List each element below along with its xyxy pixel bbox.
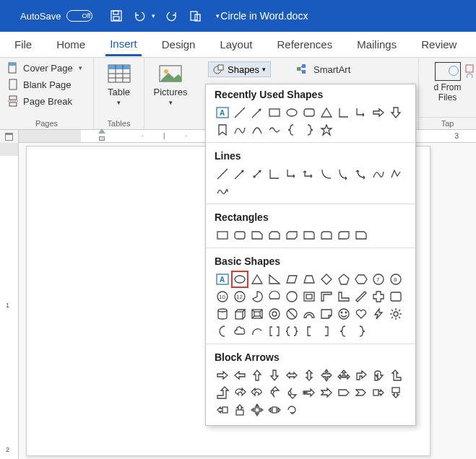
shape-arrow-uturn[interactable] [371, 367, 386, 383]
shape-arrow-curved-up[interactable] [267, 385, 282, 401]
shape-arrow-pentagon[interactable] [336, 385, 352, 401]
shape-left-brace[interactable] [284, 122, 300, 138]
shape-curve-conn[interactable] [319, 166, 334, 182]
autosave-toggle[interactable]: Off [66, 10, 92, 22]
shape-arrow-quad[interactable] [319, 367, 334, 383]
shape-sun[interactable] [388, 306, 404, 322]
shape-curve[interactable] [232, 122, 248, 138]
shape-arrow-callout-quad[interactable] [249, 402, 265, 418]
shape-triangle-2[interactable] [249, 271, 265, 287]
undo-chevron-icon[interactable]: ▾ [152, 12, 155, 19]
shape-hexagon[interactable] [353, 271, 369, 287]
shape-parallelogram[interactable] [284, 271, 300, 287]
shape-can[interactable] [215, 306, 230, 322]
shape-arrow-callout-down[interactable] [388, 385, 404, 401]
ruler-corner[interactable] [0, 130, 19, 143]
shape-rect-round[interactable] [232, 227, 248, 243]
shape-arrow-down[interactable] [267, 367, 282, 383]
page-break-button[interactable]: Page Break [6, 94, 87, 108]
shape-cloud[interactable] [232, 323, 248, 339]
shape-wave[interactable] [267, 122, 282, 138]
shape-donut[interactable] [267, 306, 282, 322]
shape-folded-corner[interactable] [319, 306, 334, 322]
shape-teardrop[interactable] [284, 289, 300, 305]
shape-left-bracket[interactable] [301, 323, 317, 339]
shape-arrow-curved-right[interactable] [232, 385, 248, 401]
shape-line-double-arrow[interactable] [249, 166, 265, 182]
shape-pentagon[interactable] [336, 271, 352, 287]
shape-frame[interactable] [301, 289, 317, 305]
cover-page-button[interactable]: Cover Page▾ [6, 61, 87, 75]
shape-chord[interactable] [267, 289, 282, 305]
shape-decagon[interactable]: 10 [215, 289, 230, 305]
shape-rect-snip-round[interactable] [353, 227, 369, 243]
shape-double-bracket[interactable] [267, 323, 282, 339]
shape-block-arc[interactable] [301, 306, 317, 322]
shape-rect-snip1[interactable] [249, 227, 265, 243]
shape-curve-arrow[interactable] [336, 166, 352, 182]
paste-icon[interactable] [189, 9, 202, 22]
shape-dodecagon[interactable]: 12 [232, 289, 248, 305]
indent-marker[interactable] [98, 128, 105, 141]
shape-arrow-bent-up[interactable] [215, 385, 230, 401]
shape-arrow-leftright[interactable] [284, 367, 300, 383]
find-files-icon[interactable] [435, 62, 461, 81]
redo-icon[interactable] [165, 9, 178, 22]
shape-arc[interactable] [249, 122, 265, 138]
shape-curve-double[interactable] [353, 166, 369, 182]
smartart-button[interactable]: SmartArt [296, 64, 350, 75]
save-icon[interactable] [110, 9, 123, 22]
shape-right-arrow[interactable] [371, 105, 386, 121]
shape-lightning[interactable] [371, 306, 386, 322]
shape-textbox-2[interactable]: A [215, 271, 230, 287]
shape-scribble[interactable] [215, 183, 230, 199]
undo-icon[interactable] [133, 9, 146, 22]
shape-arrow-circular[interactable] [284, 402, 300, 418]
shape-rect-1[interactable] [215, 227, 230, 243]
shape-rect-round2[interactable] [319, 227, 334, 243]
shape-elbow[interactable] [267, 166, 282, 182]
shape-star[interactable] [319, 122, 334, 138]
shape-elbow-arrow-2[interactable] [284, 166, 300, 182]
vertical-ruler[interactable]: 1 2 [0, 143, 19, 459]
shape-triangle[interactable] [319, 105, 334, 121]
shapes-button[interactable]: Shapes ▾ [208, 61, 271, 77]
shape-text-box[interactable]: A [215, 105, 230, 121]
shape-elbow-double[interactable] [301, 166, 317, 182]
tab-layout[interactable]: Layout [215, 34, 256, 55]
shape-arrow-callout-left[interactable] [215, 402, 230, 418]
shape-diamond[interactable] [319, 271, 334, 287]
shape-arrow-callout-up[interactable] [232, 402, 248, 418]
pictures-button[interactable]: Pictures ▾ [150, 61, 191, 106]
shape-diag-stripe[interactable] [353, 289, 369, 305]
shape-arrow-bent[interactable] [353, 367, 369, 383]
tab-mailings[interactable]: Mailings [352, 34, 401, 55]
shape-rect-round1[interactable] [301, 227, 317, 243]
shape-half-frame[interactable] [319, 289, 334, 305]
shape-freeform[interactable] [388, 166, 404, 182]
shape-rect-snip-diag[interactable] [284, 227, 300, 243]
tab-file[interactable]: File [10, 34, 36, 55]
shape-bookmark[interactable] [215, 122, 230, 138]
blank-page-button[interactable]: Blank Page [6, 77, 87, 92]
qat-customize-icon[interactable]: ▾ [216, 12, 220, 19]
shape-plaque[interactable] [388, 289, 404, 305]
shape-arrow-curved-down[interactable] [284, 385, 300, 401]
shape-arrow-chevron[interactable] [353, 385, 369, 401]
shape-cross[interactable] [371, 289, 386, 305]
shape-arrow-leftrightup[interactable] [336, 367, 352, 383]
shape-arrow-striped[interactable] [301, 385, 317, 401]
shape-arrow-callout-lr[interactable] [267, 402, 282, 418]
shape-double-brace[interactable] [284, 323, 300, 339]
shape-pie[interactable] [249, 289, 265, 305]
shape-oval[interactable] [284, 105, 300, 121]
shape-freeform-curve[interactable] [371, 166, 386, 182]
tab-review[interactable]: Review [417, 34, 461, 55]
tab-design[interactable]: Design [157, 34, 200, 55]
tab-references[interactable]: References [272, 34, 337, 55]
shape-arrow-left[interactable] [232, 367, 248, 383]
shape-rectangle[interactable] [267, 105, 282, 121]
tab-insert[interactable]: Insert [105, 33, 142, 56]
shape-trapezoid[interactable] [301, 271, 317, 287]
shape-down-arrow[interactable] [388, 105, 404, 121]
